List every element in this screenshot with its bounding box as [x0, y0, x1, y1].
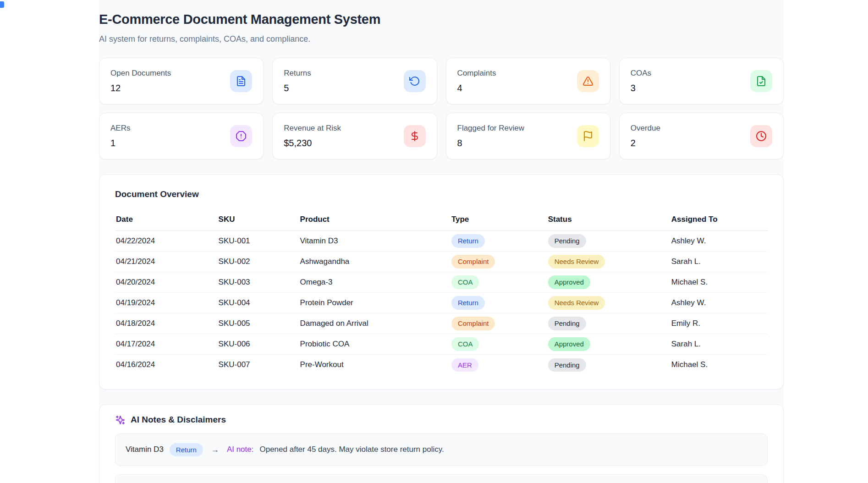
- ai-notes-header: AI Notes & Disclaimers: [115, 415, 768, 425]
- stat-value: 1: [110, 138, 130, 148]
- type-badge: Return: [451, 234, 485, 248]
- ai-note-label: AI note:: [227, 445, 254, 454]
- stat-card-revenue-at-risk: Revenue at Risk $5,230: [272, 113, 437, 159]
- stat-label: Open Documents: [110, 69, 171, 78]
- stat-card-complaints: Complaints 4: [446, 58, 610, 104]
- sparkles-icon: [115, 415, 126, 425]
- note-product-name: Vitamin D3: [126, 445, 164, 454]
- page-subtitle: AI system for returns, complaints, COAs,…: [99, 34, 784, 44]
- type-badge: Return: [170, 443, 203, 457]
- content-area: E-Commerce Document Management System AI…: [99, 0, 784, 483]
- type-badge: Complaint: [451, 255, 495, 269]
- cell-date: 04/18/2024: [115, 313, 218, 334]
- cell-sku: SKU-005: [218, 313, 299, 334]
- stat-card-overdue: Overdue 2: [619, 113, 784, 159]
- cell-product: Ashwagandha: [299, 252, 450, 272]
- document-overview-panel: Document Overview Date SKU Product Type …: [99, 174, 784, 390]
- type-badge: COA: [451, 337, 479, 351]
- browser-edge-artifact: [0, 1, 4, 8]
- document-table: Date SKU Product Type Status Assigned To…: [115, 209, 768, 375]
- table-row: 04/20/2024 SKU-003 Omega-3 COA Approved …: [115, 272, 768, 293]
- status-badge: Approved: [548, 275, 590, 289]
- cell-sku: SKU-006: [218, 334, 299, 355]
- cell-sku: SKU-007: [218, 355, 299, 375]
- table-row: 04/18/2024 SKU-005 Damaged on Arrival Co…: [115, 313, 768, 334]
- cell-product: Protein Powder: [299, 293, 450, 313]
- table-row: 04/17/2024 SKU-006 Probiotic COA COA App…: [115, 334, 768, 355]
- column-header-assigned-to: Assigned To: [670, 209, 768, 231]
- status-badge: Needs Review: [548, 296, 605, 310]
- cell-assigned-to: Sarah L.: [670, 252, 768, 272]
- cell-product: Omega-3: [299, 272, 450, 293]
- stat-value: 12: [110, 83, 171, 93]
- cell-sku: SKU-003: [218, 272, 299, 293]
- flag-icon: [577, 125, 599, 147]
- page-title: E-Commerce Document Management System: [99, 12, 784, 27]
- stat-label: Complaints: [457, 69, 496, 78]
- table-row: 04/16/2024 SKU-007 Pre-Workout AER Pendi…: [115, 355, 768, 375]
- stat-label: Overdue: [631, 124, 660, 133]
- cell-assigned-to: Sarah L.: [670, 334, 768, 355]
- status-badge: Pending: [548, 358, 586, 372]
- table-row: 04/19/2024 SKU-004 Protein Powder Return…: [115, 293, 768, 313]
- dollar-sign-icon: [404, 125, 426, 147]
- status-badge: Pending: [548, 317, 586, 330]
- stat-value: $5,230: [284, 138, 341, 148]
- cell-date: 04/22/2024: [115, 231, 218, 252]
- stat-value: 4: [457, 83, 496, 93]
- cell-product: Damaged on Arrival: [299, 313, 450, 334]
- stat-card-open-documents: Open Documents 12: [99, 58, 264, 104]
- stat-value: 8: [457, 138, 524, 148]
- cell-date: 04/19/2024: [115, 293, 218, 313]
- cell-date: 04/17/2024: [115, 334, 218, 355]
- column-header-type: Type: [450, 209, 547, 231]
- cell-sku: SKU-001: [218, 231, 299, 252]
- cell-product: Vitamin D3: [299, 231, 450, 252]
- cell-assigned-to: Ashley W.: [670, 231, 768, 252]
- rotate-ccw-icon: [404, 70, 426, 92]
- cell-assigned-to: Michael S.: [670, 272, 768, 293]
- status-badge: Approved: [548, 337, 590, 351]
- table-row: 04/22/2024 SKU-001 Vitamin D3 Return Pen…: [115, 231, 768, 252]
- ai-note-item: Ashwagandha Complaint → AI note: Mention…: [115, 474, 768, 483]
- stat-card-flagged-for-review: Flagged for Review 8: [446, 113, 610, 159]
- cell-assigned-to: Emily R.: [670, 313, 768, 334]
- stat-label: Revenue at Risk: [284, 124, 341, 133]
- stat-label: Flagged for Review: [457, 124, 524, 133]
- file-text-icon: [230, 70, 252, 92]
- stat-value: 3: [631, 83, 651, 93]
- type-badge: COA: [451, 275, 479, 289]
- cell-product: Probiotic COA: [299, 334, 450, 355]
- section-title-ai-notes: AI Notes & Disclaimers: [131, 415, 226, 425]
- column-header-status: Status: [547, 209, 670, 231]
- cell-sku: SKU-004: [218, 293, 299, 313]
- cell-assigned-to: Ashley W.: [670, 293, 768, 313]
- stat-label: COAs: [631, 69, 651, 78]
- stat-value: 5: [284, 83, 311, 93]
- page-header: E-Commerce Document Management System AI…: [99, 12, 784, 44]
- cell-date: 04/16/2024: [115, 355, 218, 375]
- status-badge: Needs Review: [548, 255, 605, 269]
- type-badge: AER: [451, 358, 478, 372]
- alert-octagon-icon: [230, 125, 252, 147]
- cell-sku: SKU-002: [218, 252, 299, 272]
- column-header-date: Date: [115, 209, 218, 231]
- table-row: 04/21/2024 SKU-002 Ashwagandha Complaint…: [115, 252, 768, 272]
- type-badge: Return: [451, 296, 485, 310]
- cell-date: 04/20/2024: [115, 272, 218, 293]
- file-check-icon: [750, 70, 772, 92]
- status-badge: Pending: [548, 234, 586, 248]
- stat-label: AERs: [110, 124, 130, 133]
- clock-icon: [750, 125, 772, 147]
- stat-label: Returns: [284, 69, 311, 78]
- stat-card-returns: Returns 5: [272, 58, 437, 104]
- stat-card-aers: AERs 1: [99, 113, 264, 159]
- ai-note-text: Opened after 45 days. May violate store …: [259, 445, 444, 454]
- section-title-document-overview: Document Overview: [115, 189, 768, 199]
- ai-notes-panel: AI Notes & Disclaimers Vitamin D3 Return…: [99, 404, 784, 483]
- table-header-row: Date SKU Product Type Status Assigned To: [115, 209, 768, 231]
- cell-assigned-to: Michael S.: [670, 355, 768, 375]
- cell-product: Pre-Workout: [299, 355, 450, 375]
- column-header-sku: SKU: [218, 209, 299, 231]
- cell-date: 04/21/2024: [115, 252, 218, 272]
